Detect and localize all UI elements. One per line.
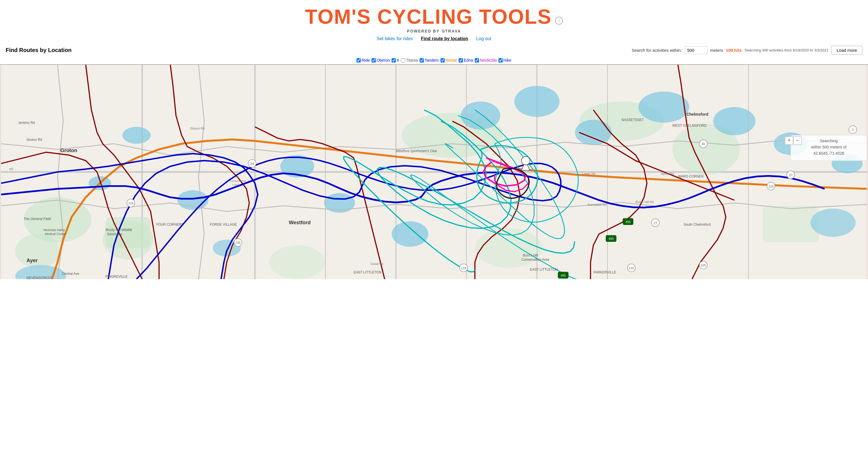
svg-text:225: 225	[236, 241, 241, 244]
svg-text:24: 24	[250, 162, 254, 165]
svg-text:EAST LITTLETON: EAST LITTLETON	[354, 270, 382, 274]
load-more-button[interactable]: Load more	[831, 46, 862, 55]
svg-text:Conservation: Conservation	[229, 179, 246, 182]
svg-text:Westford: Westford	[289, 220, 310, 225]
svg-point-25	[639, 92, 689, 123]
svg-text:EAST LITTLETON: EAST LITTLETON	[530, 268, 558, 272]
filter-x-checkbox[interactable]	[392, 58, 396, 62]
svg-text:Westford Sportsmen's Club: Westford Sportsmen's Club	[396, 149, 437, 153]
site-title: TOM'S CYCLING TOOLS	[305, 5, 552, 28]
svg-text:DEVENSCREST: DEVENSCREST	[27, 276, 52, 279]
map-svg[interactable]: Groton Jenkins Rd Groton Rd Westford Aye…	[0, 65, 868, 279]
filter-x: X	[392, 58, 399, 62]
filter-hike-checkbox[interactable]	[498, 58, 503, 62]
page-title: Find Routes by Location	[6, 47, 71, 54]
filter-ride-checkbox[interactable]	[356, 58, 361, 62]
nav-logout[interactable]: Log out	[476, 36, 491, 41]
svg-text:Groton: Groton	[60, 148, 77, 153]
filter-rental: Rental	[440, 58, 457, 62]
filter-nordicski-label: NordicSki	[480, 58, 497, 62]
svg-text:FORGE VILLAGE: FORGE VILLAGE	[210, 222, 237, 226]
svg-text:NASSETSSET: NASSETSSET	[621, 118, 644, 122]
filter-rental-checkbox[interactable]	[440, 58, 445, 62]
info-icon[interactable]: i	[555, 17, 563, 25]
svg-point-13	[269, 245, 326, 279]
svg-text:Chelmsford: Chelmsford	[686, 112, 709, 117]
svg-point-16	[122, 127, 151, 144]
svg-text:495: 495	[561, 274, 566, 277]
svg-text:Medical Center: Medical Center	[45, 232, 66, 236]
filter-tandem-checkbox[interactable]	[420, 58, 424, 62]
svg-text:within 500 meters of: within 500 meters of	[811, 145, 846, 149]
svg-text:Ayer: Ayer	[27, 257, 38, 263]
svg-text:Searching: Searching	[820, 139, 838, 143]
svg-text:+: +	[787, 138, 790, 143]
units-label: meters	[710, 48, 723, 53]
filter-rental-label: Rental	[445, 58, 457, 62]
svg-text:Robin Hill Rd: Robin Hill Rd	[636, 200, 654, 204]
svg-text:WEST CHELMSFORD: WEST CHELMSFORD	[672, 124, 707, 127]
powered-by: POWERED BY STRAVA	[0, 29, 868, 33]
svg-point-18	[177, 190, 208, 210]
filter-ride: Ride	[356, 58, 370, 62]
svg-text:Apple Rd: Apple Rd	[661, 172, 674, 175]
svg-text:The General Field: The General Field	[24, 217, 51, 221]
svg-text:FOUR CORNERS: FOUR CORNERS	[156, 222, 184, 226]
svg-text:Central Ave: Central Ave	[62, 272, 79, 276]
svg-text:119: 119	[128, 202, 133, 205]
svg-text:Conservation Area: Conservation Area	[521, 257, 549, 262]
search-label: Search for activities within:	[632, 48, 682, 53]
svg-text:Land: Land	[232, 183, 239, 186]
filter-titania-label: Titania	[406, 58, 418, 62]
svg-text:495: 495	[609, 237, 614, 240]
svg-text:119: 119	[461, 266, 466, 270]
svg-text:110: 110	[769, 185, 774, 188]
svg-text:Rocky Hill Wildlife: Rocky Hill Wildlife	[105, 228, 132, 232]
nav-find-route[interactable]: Find route by location	[421, 36, 468, 41]
filter-nordicski: NordicSki	[475, 58, 497, 62]
svg-text:27: 27	[789, 173, 793, 177]
svg-text:110: 110	[629, 266, 634, 270]
svg-text:Burn's Hill: Burn's Hill	[523, 253, 538, 257]
svg-text:Sony: Sony	[232, 175, 239, 178]
svg-text:Dunstable Rd: Dunstable Rd	[588, 203, 607, 207]
svg-text:27: 27	[654, 221, 657, 225]
svg-text:Nashoba Valley: Nashoba Valley	[43, 228, 66, 232]
map-container[interactable]: Groton Jenkins Rd Groton Rd Westford Aye…	[0, 64, 868, 279]
filter-edna: Edna	[459, 58, 473, 62]
filter-edna-label: Edna	[464, 58, 473, 62]
svg-text:−: −	[796, 138, 799, 143]
svg-text:Sanctuary: Sanctuary	[107, 232, 122, 236]
filter-oberon-checkbox[interactable]	[372, 58, 376, 62]
filter-oberon-label: Oberon	[377, 58, 390, 62]
filter-oberon: Oberon	[372, 58, 390, 62]
toolbar: Find Routes by Location Search for activ…	[0, 43, 868, 57]
filter-ride-label: Ride	[362, 58, 370, 62]
filter-x-label: X	[397, 58, 399, 62]
svg-point-14	[475, 228, 542, 268]
filter-row: Ride Oberon X Titania Tandem Rental Edna…	[0, 57, 868, 64]
filter-edna-checkbox[interactable]	[459, 58, 463, 62]
filter-tandem: Tandem	[420, 58, 439, 62]
svg-text:Great Rd: Great Rd	[371, 262, 383, 266]
svg-text:PINGREVILLE: PINGREVILLE	[105, 275, 127, 279]
svg-point-7	[15, 234, 61, 268]
svg-text:Lower Rd: Lower Rd	[582, 172, 595, 175]
svg-text:495: 495	[625, 220, 630, 224]
svg-text:Jenkins Rd: Jenkins Rd	[18, 121, 35, 125]
header: TOM'S CYCLING TOOLS i POWERED BY STRAVA …	[0, 0, 868, 43]
svg-text:40: 40	[702, 142, 705, 146]
filter-hike-label: Hike	[503, 58, 512, 62]
filter-nordicski-checkbox[interactable]	[475, 58, 479, 62]
nav-set-bikes[interactable]: Set bikes for rides	[377, 36, 413, 41]
svg-point-30	[810, 209, 856, 237]
svg-rect-15	[763, 206, 819, 243]
svg-point-21	[392, 221, 428, 247]
filter-tandem-label: Tandem	[425, 58, 439, 62]
search-input[interactable]	[685, 47, 707, 54]
svg-text:42.6045,-71.4526: 42.6045,-71.4526	[813, 151, 844, 156]
svg-text:PARKERVILLE: PARKERVILLE	[593, 270, 616, 274]
svg-text:WARD CORNER: WARD CORNER	[678, 175, 704, 178]
filter-titania-checkbox[interactable]	[401, 58, 405, 62]
svg-text:Groton Rd: Groton Rd	[27, 138, 42, 142]
